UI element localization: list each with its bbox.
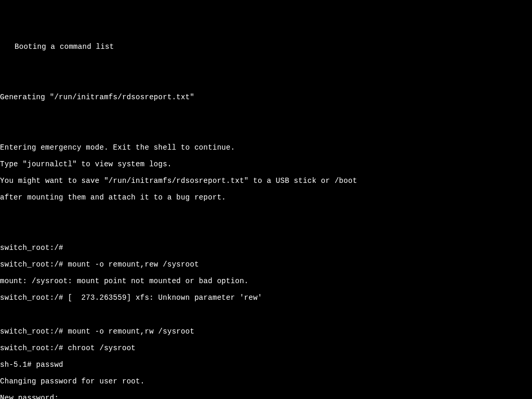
save-report-hint-1: You might want to save "/run/initramfs/r…: [0, 177, 532, 185]
xfs-error: switch_root:/# [ 273.263559] xfs: Unknow…: [0, 294, 532, 302]
emergency-mode-message: Entering emergency mode. Exit the shell …: [0, 143, 532, 152]
save-report-hint-2: after mounting them and attach it to a b…: [0, 193, 532, 202]
blank-line: [0, 60, 532, 68]
new-password-prompt: New password:: [0, 394, 532, 399]
boot-message: Booting a command list: [0, 43, 532, 51]
blank-line: [0, 227, 532, 235]
passwd-command: sh-5.1# passwd: [0, 361, 532, 369]
journalctl-hint: Type "journalctl" to view system logs.: [0, 160, 532, 168]
prompt-switch-root-empty: switch_root:/#: [0, 244, 532, 252]
mount-error: mount: /sysroot: mount point not mounted…: [0, 277, 532, 285]
blank-line: [0, 110, 532, 118]
changing-password-message: Changing password for user root.: [0, 377, 532, 385]
blank-line: [0, 126, 532, 135]
mount-command-typo: switch_root:/# mount -o remount,rew /sys…: [0, 260, 532, 269]
mount-command-correct: switch_root:/# mount -o remount,rw /sysr…: [0, 327, 532, 336]
generating-report-message: Generating "/run/initramfs/rdsosreport.t…: [0, 93, 532, 101]
blank-line: [0, 310, 532, 318]
chroot-command: switch_root:/# chroot /sysroot: [0, 344, 532, 352]
blank-line: [0, 210, 532, 218]
terminal-screen[interactable]: Booting a command list Generating "/run/…: [0, 34, 532, 399]
blank-line: [0, 76, 532, 85]
